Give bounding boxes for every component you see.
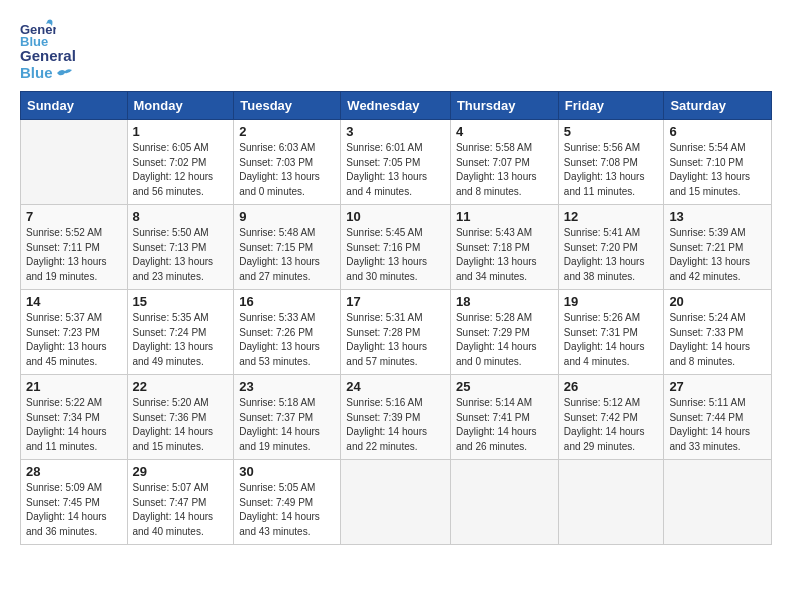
day-info: Sunrise: 5:58 AM Sunset: 7:07 PM Dayligh… [456, 141, 553, 199]
calendar-cell: 13Sunrise: 5:39 AM Sunset: 7:21 PM Dayli… [664, 205, 772, 290]
calendar-cell [21, 120, 128, 205]
weekday-header-friday: Friday [558, 92, 664, 120]
day-number: 15 [133, 294, 229, 309]
calendar-cell: 26Sunrise: 5:12 AM Sunset: 7:42 PM Dayli… [558, 375, 664, 460]
day-info: Sunrise: 5:37 AM Sunset: 7:23 PM Dayligh… [26, 311, 122, 369]
logo: General Blue General Blue [20, 16, 76, 81]
day-info: Sunrise: 6:03 AM Sunset: 7:03 PM Dayligh… [239, 141, 335, 199]
day-number: 4 [456, 124, 553, 139]
day-number: 26 [564, 379, 659, 394]
day-number: 8 [133, 209, 229, 224]
day-info: Sunrise: 6:01 AM Sunset: 7:05 PM Dayligh… [346, 141, 445, 199]
day-number: 24 [346, 379, 445, 394]
calendar-cell: 1Sunrise: 6:05 AM Sunset: 7:02 PM Daylig… [127, 120, 234, 205]
weekday-header-sunday: Sunday [21, 92, 128, 120]
calendar-cell: 20Sunrise: 5:24 AM Sunset: 7:33 PM Dayli… [664, 290, 772, 375]
day-info: Sunrise: 5:48 AM Sunset: 7:15 PM Dayligh… [239, 226, 335, 284]
calendar-cell: 7Sunrise: 5:52 AM Sunset: 7:11 PM Daylig… [21, 205, 128, 290]
calendar-cell: 25Sunrise: 5:14 AM Sunset: 7:41 PM Dayli… [450, 375, 558, 460]
day-number: 16 [239, 294, 335, 309]
day-number: 13 [669, 209, 766, 224]
calendar-cell: 9Sunrise: 5:48 AM Sunset: 7:15 PM Daylig… [234, 205, 341, 290]
weekday-header-wednesday: Wednesday [341, 92, 451, 120]
day-number: 10 [346, 209, 445, 224]
calendar-cell: 11Sunrise: 5:43 AM Sunset: 7:18 PM Dayli… [450, 205, 558, 290]
day-info: Sunrise: 5:52 AM Sunset: 7:11 PM Dayligh… [26, 226, 122, 284]
day-number: 11 [456, 209, 553, 224]
calendar-cell: 3Sunrise: 6:01 AM Sunset: 7:05 PM Daylig… [341, 120, 451, 205]
day-number: 17 [346, 294, 445, 309]
calendar-cell: 15Sunrise: 5:35 AM Sunset: 7:24 PM Dayli… [127, 290, 234, 375]
day-info: Sunrise: 5:41 AM Sunset: 7:20 PM Dayligh… [564, 226, 659, 284]
day-number: 22 [133, 379, 229, 394]
day-number: 6 [669, 124, 766, 139]
week-row-1: 1Sunrise: 6:05 AM Sunset: 7:02 PM Daylig… [21, 120, 772, 205]
day-info: Sunrise: 5:07 AM Sunset: 7:47 PM Dayligh… [133, 481, 229, 539]
day-number: 3 [346, 124, 445, 139]
calendar-cell [450, 460, 558, 545]
weekday-header-tuesday: Tuesday [234, 92, 341, 120]
day-number: 20 [669, 294, 766, 309]
day-info: Sunrise: 5:26 AM Sunset: 7:31 PM Dayligh… [564, 311, 659, 369]
calendar-cell: 23Sunrise: 5:18 AM Sunset: 7:37 PM Dayli… [234, 375, 341, 460]
day-info: Sunrise: 5:18 AM Sunset: 7:37 PM Dayligh… [239, 396, 335, 454]
day-info: Sunrise: 5:11 AM Sunset: 7:44 PM Dayligh… [669, 396, 766, 454]
week-row-5: 28Sunrise: 5:09 AM Sunset: 7:45 PM Dayli… [21, 460, 772, 545]
weekday-header-monday: Monday [127, 92, 234, 120]
svg-text:Blue: Blue [20, 34, 48, 49]
day-info: Sunrise: 5:28 AM Sunset: 7:29 PM Dayligh… [456, 311, 553, 369]
day-info: Sunrise: 5:31 AM Sunset: 7:28 PM Dayligh… [346, 311, 445, 369]
calendar-cell: 16Sunrise: 5:33 AM Sunset: 7:26 PM Dayli… [234, 290, 341, 375]
day-number: 14 [26, 294, 122, 309]
day-number: 1 [133, 124, 229, 139]
calendar-cell: 19Sunrise: 5:26 AM Sunset: 7:31 PM Dayli… [558, 290, 664, 375]
day-number: 28 [26, 464, 122, 479]
calendar-cell: 8Sunrise: 5:50 AM Sunset: 7:13 PM Daylig… [127, 205, 234, 290]
day-info: Sunrise: 5:33 AM Sunset: 7:26 PM Dayligh… [239, 311, 335, 369]
calendar-cell: 21Sunrise: 5:22 AM Sunset: 7:34 PM Dayli… [21, 375, 128, 460]
calendar-cell: 24Sunrise: 5:16 AM Sunset: 7:39 PM Dayli… [341, 375, 451, 460]
day-info: Sunrise: 6:05 AM Sunset: 7:02 PM Dayligh… [133, 141, 229, 199]
weekday-header-saturday: Saturday [664, 92, 772, 120]
day-info: Sunrise: 5:50 AM Sunset: 7:13 PM Dayligh… [133, 226, 229, 284]
day-number: 18 [456, 294, 553, 309]
calendar-cell: 6Sunrise: 5:54 AM Sunset: 7:10 PM Daylig… [664, 120, 772, 205]
day-number: 7 [26, 209, 122, 224]
calendar-cell: 27Sunrise: 5:11 AM Sunset: 7:44 PM Dayli… [664, 375, 772, 460]
day-number: 19 [564, 294, 659, 309]
day-info: Sunrise: 5:54 AM Sunset: 7:10 PM Dayligh… [669, 141, 766, 199]
calendar-cell: 4Sunrise: 5:58 AM Sunset: 7:07 PM Daylig… [450, 120, 558, 205]
day-info: Sunrise: 5:05 AM Sunset: 7:49 PM Dayligh… [239, 481, 335, 539]
day-info: Sunrise: 5:24 AM Sunset: 7:33 PM Dayligh… [669, 311, 766, 369]
week-row-4: 21Sunrise: 5:22 AM Sunset: 7:34 PM Dayli… [21, 375, 772, 460]
calendar-cell: 12Sunrise: 5:41 AM Sunset: 7:20 PM Dayli… [558, 205, 664, 290]
day-number: 21 [26, 379, 122, 394]
weekday-header-thursday: Thursday [450, 92, 558, 120]
day-info: Sunrise: 5:16 AM Sunset: 7:39 PM Dayligh… [346, 396, 445, 454]
day-number: 23 [239, 379, 335, 394]
calendar-cell: 17Sunrise: 5:31 AM Sunset: 7:28 PM Dayli… [341, 290, 451, 375]
calendar-cell: 29Sunrise: 5:07 AM Sunset: 7:47 PM Dayli… [127, 460, 234, 545]
day-info: Sunrise: 5:09 AM Sunset: 7:45 PM Dayligh… [26, 481, 122, 539]
day-info: Sunrise: 5:43 AM Sunset: 7:18 PM Dayligh… [456, 226, 553, 284]
weekday-header-row: SundayMondayTuesdayWednesdayThursdayFrid… [21, 92, 772, 120]
calendar-cell: 22Sunrise: 5:20 AM Sunset: 7:36 PM Dayli… [127, 375, 234, 460]
day-info: Sunrise: 5:12 AM Sunset: 7:42 PM Dayligh… [564, 396, 659, 454]
day-number: 9 [239, 209, 335, 224]
day-info: Sunrise: 5:14 AM Sunset: 7:41 PM Dayligh… [456, 396, 553, 454]
day-info: Sunrise: 5:22 AM Sunset: 7:34 PM Dayligh… [26, 396, 122, 454]
day-number: 29 [133, 464, 229, 479]
day-number: 30 [239, 464, 335, 479]
calendar-cell [558, 460, 664, 545]
day-info: Sunrise: 5:39 AM Sunset: 7:21 PM Dayligh… [669, 226, 766, 284]
calendar-cell: 10Sunrise: 5:45 AM Sunset: 7:16 PM Dayli… [341, 205, 451, 290]
calendar-cell: 30Sunrise: 5:05 AM Sunset: 7:49 PM Dayli… [234, 460, 341, 545]
calendar-table: SundayMondayTuesdayWednesdayThursdayFrid… [20, 91, 772, 545]
logo-bird-icon [55, 66, 73, 80]
calendar-cell [664, 460, 772, 545]
calendar-cell: 2Sunrise: 6:03 AM Sunset: 7:03 PM Daylig… [234, 120, 341, 205]
day-number: 5 [564, 124, 659, 139]
day-info: Sunrise: 5:45 AM Sunset: 7:16 PM Dayligh… [346, 226, 445, 284]
day-number: 2 [239, 124, 335, 139]
day-info: Sunrise: 5:56 AM Sunset: 7:08 PM Dayligh… [564, 141, 659, 199]
